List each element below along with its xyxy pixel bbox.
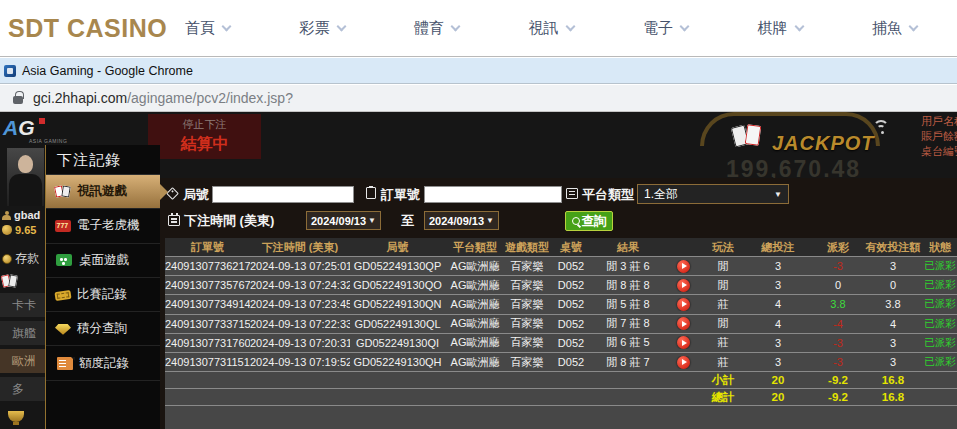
cell-valid-bet: 3 [863,356,923,368]
sidebar-item[interactable]: 額度記錄 [46,346,160,380]
table-row: 240913077362173 2024-09-13 07:25:01 GD05… [165,256,957,275]
cell-result: 閒 6 莊 5 [593,335,663,350]
cell-time: 2024-09-13 07:20:31 [250,337,350,349]
platform-select[interactable]: 1.全部 ▼ [637,184,789,204]
user-icon [2,211,11,220]
cell-table-no: D052 [549,279,593,291]
cell-platform: AG歐洲廳 [445,278,505,293]
replay-play-button[interactable] [677,260,690,273]
sidebar-item[interactable]: 積分查詢 [46,312,160,346]
date-to-select[interactable]: 2024/09/13 ▼ [424,211,499,230]
ag-logo-a: A [3,116,18,139]
bet-time-label: 下注時間 (美東) [184,212,274,230]
main-nav: 首頁 彩票 體育 視訊 電子 棋牌 捕魚 [185,0,917,57]
order-input[interactable] [424,186,562,203]
replay-play-button[interactable] [677,336,690,349]
url-path: /agingame/pcv2/index.jsp? [127,90,293,106]
chevron-down-icon [451,22,461,32]
replay-play-button[interactable] [677,317,690,330]
dealer-photo [7,148,44,206]
replay-play-button[interactable] [677,279,690,292]
cell-payout: -4 [813,318,863,330]
cell-replay [663,356,703,369]
cell-payout: 3.8 [813,298,863,310]
sidebar-item-label: 比賽記錄 [77,286,127,303]
subtotal-payout: -9.2 [813,374,863,386]
nav-item[interactable]: 電子 [643,19,688,38]
page-favicon [4,65,16,77]
cell-platform: AG歐洲廳 [445,316,505,331]
cell-order: 240913077362173 [165,260,250,272]
site-logo[interactable]: SDT CASINO [8,14,167,43]
nav-item-label: 體育 [414,19,444,38]
cards-icon [2,274,18,289]
nav-item[interactable]: 棋牌 [758,19,803,38]
url-host: gci.2hhapi.com [33,90,127,106]
cell-game-type: 百家樂 [505,259,549,274]
chrome-urlbar[interactable]: gci.2hhapi.com/agingame/pcv2/index.jsp? [0,85,957,112]
replay-play-button[interactable] [677,298,690,311]
nav-item[interactable]: 彩票 [300,19,345,38]
cell-result: 閒 3 莊 6 [593,259,663,274]
site-header: SDT CASINO 首頁 彩票 體育 視訊 電子 [0,0,957,57]
cell-round: GD052249130QP [350,260,445,272]
sidebar-item-label: 額度記錄 [79,355,129,372]
sidebar-item[interactable]: 電子老虎機 [46,209,160,243]
nav-item[interactable]: 捕魚 [872,19,917,38]
cell-table-no: D052 [549,260,593,272]
table-info-labels: 用戶名稱賬戶餘額桌台編號 [921,114,957,162]
nav-item-label: 電子 [643,19,673,38]
table-row: 240913077317607 2024-09-13 07:20:31 GD05… [165,333,957,352]
cell-replay [663,317,703,330]
table-header-cell: 總投注 [743,240,813,255]
deposit-label[interactable]: 存款 [15,250,39,267]
round-input[interactable] [212,186,354,203]
table-header-cell: 桌號 [549,240,593,255]
lobby-tab[interactable]: 卡卡 [0,293,45,317]
cell-round: GD052249130QN [350,298,445,310]
search-button[interactable]: 查詢 [565,211,613,231]
nav-item-label: 首頁 [185,19,215,38]
trophy-icon [8,411,24,422]
cell-game-type: 百家樂 [505,297,549,312]
ag-logo-red-square [39,118,45,124]
nav-item[interactable]: 視訊 [529,19,574,38]
cell-status: 已派彩 [923,259,957,273]
cell-payout: 0 [813,279,863,291]
sidebar-item[interactable]: 視訊遊戲 [46,175,160,209]
lobby-tab-label: 旗艦 [12,325,36,342]
cell-time: 2024-09-13 07:19:52 [250,356,350,368]
date-from-select[interactable]: 2024/09/13 ▼ [306,211,381,230]
table-header-cell: 有效投注額 [863,240,923,255]
cell-total-bet: 4 [743,318,813,330]
table-header-cell: 遊戲類型 [505,240,549,255]
lobby-tab[interactable]: 歐洲 [0,349,45,373]
total-label: 總計 [703,390,743,405]
nav-item[interactable]: 體育 [414,19,459,38]
table-row: 240913077311513 2024-09-13 07:19:52 GD05… [165,352,957,371]
select-arrow-icon: ▼ [368,216,376,225]
window-title: Asia Gaming - Google Chrome [22,64,193,78]
stop-betting-label: 停止下注 [148,117,261,132]
sidebar-item[interactable]: 桌面遊戲 [46,244,160,278]
subtotal-label: 小計 [703,373,743,388]
chrome-titlebar[interactable]: Asia Gaming - Google Chrome [0,58,957,84]
settling-label: 結算中 [148,134,261,155]
select-arrow-icon: ▼ [774,190,782,199]
username: gbad [14,209,40,221]
table-body: 240913077362173 2024-09-13 07:25:01 GD05… [165,256,957,371]
lock-icon[interactable] [13,96,23,104]
cell-round: GD052249130QL [350,318,445,330]
document-icon [57,357,73,370]
lobby-tab[interactable]: 多 [0,377,45,401]
replay-play-button[interactable] [677,356,690,369]
popup-title: 下注記錄 [46,145,160,175]
cell-round: GD052249130QI [350,337,445,349]
url-text[interactable]: gci.2hhapi.com/agingame/pcv2/index.jsp? [33,90,293,106]
lobby-tab[interactable]: 旗艦 [0,321,45,345]
sidebar-item[interactable]: 比賽記錄 [46,278,160,312]
lobby-left-strip: gbad 9.65 存款 卡卡旗艦歐洲多 [0,206,45,429]
cell-play-type: 莊 [703,335,743,350]
nav-item[interactable]: 首頁 [185,19,230,38]
cell-status: 已派彩 [923,355,957,369]
